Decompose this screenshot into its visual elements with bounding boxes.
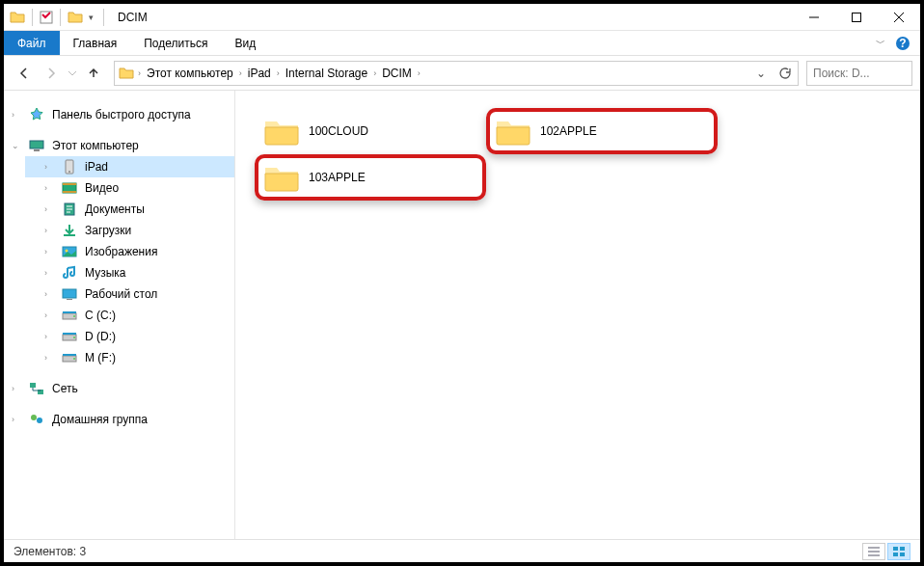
sidebar-item-загрузки[interactable]: ›Загрузки (25, 220, 234, 241)
history-dropdown-icon[interactable]: ⌄ (751, 64, 771, 83)
tab-view[interactable]: Вид (221, 31, 269, 55)
breadcrumb-label: Internal Storage (285, 67, 367, 80)
folder-icon (264, 117, 299, 146)
breadcrumb-label: Этот компьютер (147, 67, 233, 80)
window-title: DCIM (118, 11, 148, 24)
chevron-right-icon: › (44, 268, 54, 278)
tab-share[interactable]: Поделиться (130, 31, 221, 55)
sidebar-item-label: M (F:) (85, 351, 116, 364)
search-box[interactable]: Поиск: D... (806, 61, 912, 86)
desktop-icon (62, 286, 77, 302)
chevron-right-icon: › (44, 310, 54, 320)
sidebar-this-pc[interactable]: ⌄ Этот компьютер (25, 135, 234, 156)
breadcrumb-item[interactable]: Этот компьютер (145, 67, 235, 80)
docs-icon (62, 202, 77, 217)
folder-label: 100CLOUD (309, 124, 368, 138)
sidebar-item-label: Загрузки (85, 224, 131, 237)
svg-rect-1 (853, 13, 861, 21)
title-bar: ▾ DCIM (4, 4, 920, 31)
breadcrumb-item[interactable]: DCIM (380, 67, 414, 80)
svg-rect-4 (30, 141, 43, 148)
svg-rect-10 (63, 191, 76, 193)
navigation-bar: › Этот компьютер › iPad › Internal Stora… (4, 56, 920, 91)
sidebar-item-музыка[interactable]: ›Музыка (25, 262, 234, 283)
chevron-right-icon[interactable]: › (373, 68, 376, 78)
svg-point-20 (73, 337, 75, 338)
expand-ribbon-icon[interactable]: ﹀ (876, 37, 885, 50)
sidebar-item-документы[interactable]: ›Документы (25, 199, 234, 220)
chevron-right-icon[interactable]: › (277, 68, 280, 78)
svg-rect-25 (30, 383, 36, 388)
chevron-right-icon: › (12, 110, 21, 120)
chevron-right-icon: › (44, 162, 54, 172)
folder-100cloud[interactable]: 100CLOUD (255, 108, 486, 154)
svg-point-27 (31, 415, 37, 420)
sidebar-item-label: Рабочий стол (85, 287, 157, 301)
thumbnails-view-button[interactable] (887, 543, 910, 560)
maximize-button[interactable] (835, 4, 878, 31)
explorer-window: ▾ DCIM Файл Главная Поделиться Вид ﹀ ? › (0, 0, 924, 566)
drive-icon (62, 308, 77, 323)
sidebar-item-d-d-[interactable]: ›D (D:) (25, 326, 234, 347)
back-button[interactable] (12, 61, 37, 86)
close-button[interactable] (878, 4, 920, 31)
quick-access-toolbar: ▾ (4, 9, 114, 26)
sidebar-item-label: C (C:) (85, 309, 116, 322)
homegroup-icon (29, 412, 44, 427)
sidebar-label: Сеть (52, 382, 78, 395)
navigation-pane: › Панель быстрого доступа ⌄ Этот компьют… (4, 91, 235, 539)
sidebar-item-видео[interactable]: ›Видео (25, 177, 234, 199)
folder-icon (264, 163, 299, 192)
chevron-right-icon[interactable]: › (138, 68, 141, 78)
folder-label: 102APPLE (540, 124, 597, 138)
recent-locations-button[interactable] (66, 61, 79, 86)
folder-icon (10, 10, 25, 25)
sidebar-item-ipad[interactable]: ›iPad (25, 156, 234, 177)
sidebar-label: Этот компьютер (52, 139, 139, 152)
help-icon[interactable]: ? (895, 36, 910, 51)
refresh-icon[interactable] (775, 64, 794, 83)
sidebar-item-изображения[interactable]: ›Изображения (25, 241, 234, 262)
music-icon (62, 265, 77, 281)
folder-102apple[interactable]: 102APPLE (486, 108, 718, 154)
address-bar[interactable]: › Этот компьютер › iPad › Internal Stora… (114, 61, 799, 86)
svg-point-23 (73, 358, 75, 360)
device-icon (62, 159, 77, 175)
svg-rect-9 (63, 183, 76, 185)
sidebar-homegroup[interactable]: › Домашняя группа (25, 409, 234, 430)
sidebar-quick-access[interactable]: › Панель быстрого доступа (25, 104, 234, 125)
forward-button[interactable] (39, 61, 64, 86)
star-icon (29, 107, 44, 122)
svg-rect-5 (34, 149, 40, 151)
chevron-right-icon: › (44, 332, 54, 341)
drive-icon (62, 350, 77, 365)
sidebar-label: Домашняя группа (52, 413, 148, 426)
sidebar-item-c-c-[interactable]: ›C (C:) (25, 305, 234, 326)
breadcrumb-item[interactable]: Internal Storage (284, 67, 369, 80)
sidebar-item-label: Документы (85, 202, 145, 216)
sidebar-item-m-f-[interactable]: ›M (F:) (25, 347, 234, 368)
svg-rect-24 (63, 354, 76, 356)
pictures-icon (62, 244, 77, 259)
folder-grid: 100CLOUD102APPLE103APPLE (255, 108, 901, 201)
svg-point-17 (73, 315, 75, 317)
tab-home[interactable]: Главная (60, 31, 131, 55)
sidebar-item-label: Музыка (85, 266, 125, 280)
details-view-button[interactable] (862, 543, 885, 560)
chevron-right-icon[interactable]: › (239, 68, 242, 78)
up-button[interactable] (81, 61, 106, 86)
sidebar-item-рабочий-стол[interactable]: ›Рабочий стол (25, 283, 234, 305)
chevron-right-icon[interactable]: › (418, 68, 421, 78)
content-pane: 100CLOUD102APPLE103APPLE (235, 91, 920, 539)
folder-icon-small[interactable] (68, 10, 83, 25)
drive-icon (62, 329, 77, 344)
folder-103apple[interactable]: 103APPLE (255, 154, 486, 201)
breadcrumb-item[interactable]: iPad (246, 67, 273, 80)
sidebar-network[interactable]: › Сеть (25, 378, 234, 399)
tab-file[interactable]: Файл (4, 31, 60, 55)
properties-icon[interactable] (40, 11, 53, 24)
minimize-button[interactable] (793, 4, 835, 31)
dropdown-icon[interactable]: ▾ (86, 13, 96, 22)
svg-point-28 (37, 418, 42, 423)
svg-rect-21 (63, 333, 76, 335)
